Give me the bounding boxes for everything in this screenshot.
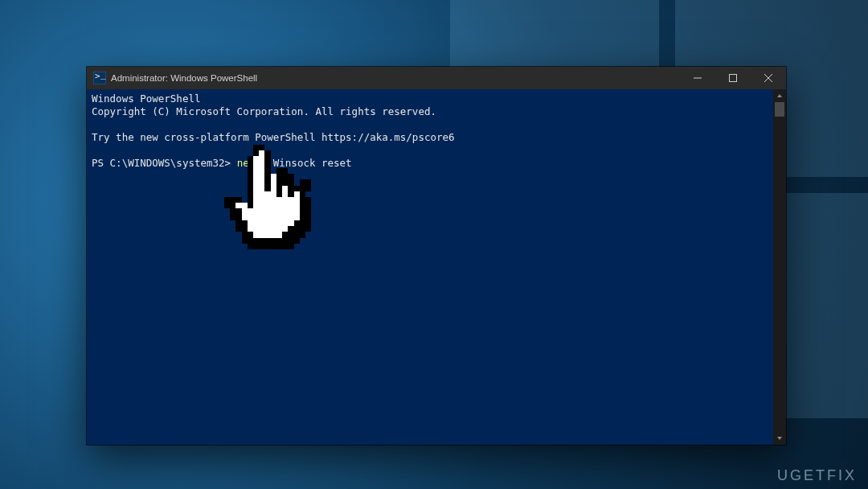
window-client-area: Windows PowerShell Copyright (C) Microso…	[87, 89, 786, 445]
close-icon	[764, 74, 772, 82]
svg-rect-0	[730, 75, 737, 82]
maximize-icon	[729, 74, 737, 82]
titlebar[interactable]: Administrator: Windows PowerShell	[87, 67, 786, 89]
chevron-up-icon	[776, 92, 783, 99]
scrollbar-thumb[interactable]	[775, 102, 784, 117]
scrollbar-track[interactable]	[773, 102, 786, 432]
window-title: Administrator: Windows PowerShell	[111, 73, 257, 83]
svg-marker-2	[777, 437, 782, 440]
powershell-icon	[93, 72, 106, 84]
minimize-icon	[694, 74, 702, 82]
chevron-down-icon	[776, 435, 783, 442]
maximize-button[interactable]	[715, 67, 751, 89]
svg-marker-1	[777, 94, 782, 97]
scroll-down-button[interactable]	[773, 432, 786, 445]
minimize-button[interactable]	[680, 67, 715, 89]
close-button[interactable]	[751, 67, 786, 89]
terminal-line: Windows PowerShell	[92, 92, 200, 105]
powershell-window: Administrator: Windows PowerShell Window…	[87, 67, 786, 445]
watermark-text: UGETFIX	[777, 467, 857, 484]
terminal-line: Copyright (C) Microsoft Corporation. All…	[92, 105, 436, 117]
terminal-line: Try the new cross-platform PowerShell ht…	[92, 131, 455, 143]
desktop-background: Administrator: Windows PowerShell Window…	[0, 0, 868, 489]
command-token-highlight: netsh	[237, 157, 268, 169]
vertical-scrollbar[interactable]	[773, 89, 786, 445]
terminal-prompt: PS C:\WINDOWS\system32>	[92, 157, 237, 169]
scroll-up-button[interactable]	[773, 89, 786, 102]
terminal-output[interactable]: Windows PowerShell Copyright (C) Microso…	[87, 89, 773, 445]
command-token-rest: Winsock reset	[267, 157, 351, 169]
